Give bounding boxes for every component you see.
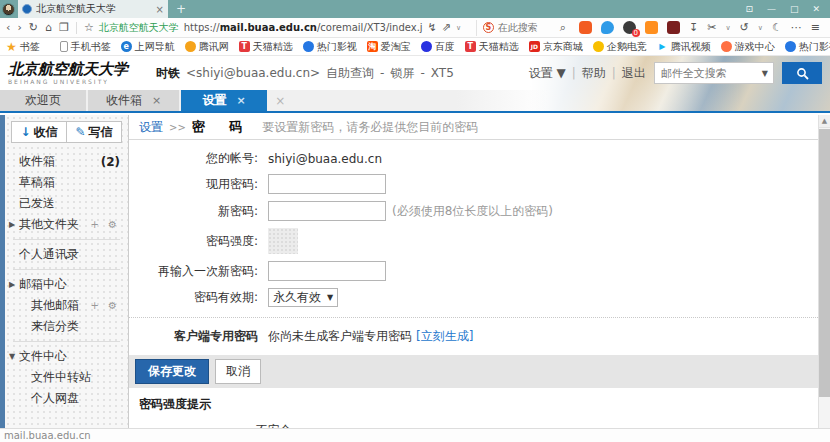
help-link[interactable]: 帮助 [582,65,606,82]
tab-inbox[interactable]: 收件箱× [88,90,179,111]
bookmark-item[interactable]: 淘爱淘宝 [367,40,411,54]
more-icon[interactable]: ⋯ [791,21,802,34]
cancel-button[interactable]: 取消 [215,359,261,384]
browser-tab[interactable]: 北京航空航天大学 × [18,0,168,18]
search-icon[interactable]: ⌕ [560,21,566,34]
mail-search-box[interactable]: ▼ [654,62,774,84]
sidebar-item-inbox[interactable]: 收件箱(2) [5,151,128,172]
folder-actions[interactable]: + ⚙ [90,300,120,311]
account-label: 您的帐号: [129,150,268,167]
home-icon[interactable]: ⌂ [45,21,52,34]
sidebar-item-file-transfer[interactable]: 文件中转站 [5,367,128,388]
confirm-password-input[interactable] [268,261,386,281]
tab-close-icon[interactable]: × [156,4,164,15]
bookmark-item[interactable]: 企鹅电竞 [593,40,647,54]
sidebar-item-file-center[interactable]: ▼文件中心 [5,346,128,367]
bookmark-item[interactable]: 热门影视 [303,40,357,54]
close-icon[interactable]: × [237,94,246,107]
sidebar-item-personal-drive[interactable]: 个人网盘 [5,388,128,409]
mail-search-input[interactable] [655,67,757,79]
sidebar-item-other-folders[interactable]: ▶其他文件夹+ ⚙ [5,214,128,235]
generate-now-link[interactable]: [立刻生成] [416,328,473,345]
close-icon[interactable]: × [152,94,161,107]
self-query-link[interactable]: 自助查询 [326,65,374,82]
butterfly-icon[interactable] [601,21,614,34]
url-text[interactable]: https://mail.buaa.edu.cn/coremail/XT3/in… [184,22,423,33]
user-avatar-icon[interactable] [2,3,15,16]
chevron-down-icon[interactable]: ▼ [9,352,19,361]
compose-mail-button[interactable]: ✎写信 [67,121,122,143]
tab-welcome[interactable]: 欢迎页 [0,90,86,111]
chevron-down-icon[interactable]: ∨ [456,24,461,32]
bookmark-item[interactable]: 腾讯网 [185,40,229,54]
adobe-icon[interactable] [667,21,680,34]
bookmark-star-icon[interactable]: ☆ [84,21,94,34]
page-scrollbar[interactable]: ▲ [818,115,830,428]
search-scope-chevron-icon[interactable]: ▼ [757,69,773,78]
sidebar-item-contacts[interactable]: 个人通讯录 [5,244,128,265]
new-password-input[interactable] [268,201,386,221]
flash-icon[interactable]: ↯ [428,21,437,34]
qq-penguin-icon[interactable]: 0 [623,21,636,34]
penguin-esports-icon [593,41,604,52]
bookmark-item[interactable]: ★书签 [6,40,40,54]
bookmark-item[interactable]: 百度 [421,40,455,54]
current-password-label: 现用密码: [129,176,268,193]
forward-icon[interactable]: › [17,21,21,34]
refresh-icon[interactable]: ↻ [29,21,38,34]
settings-menu-link[interactable]: 设置 ▼ [529,65,566,82]
maximize-button[interactable]: □ [790,4,799,14]
minimize-button[interactable]: — [767,4,776,14]
new-tab-button[interactable]: + [176,2,186,16]
chevron-right-icon[interactable]: ▶ [9,280,19,289]
breadcrumb-settings-link[interactable]: 设置 [139,119,163,136]
sidebar-item-mail-center[interactable]: ▶邮箱中心 [5,274,128,295]
current-password-input[interactable] [268,174,386,194]
back-icon[interactable]: ‹ [6,21,10,34]
shopping-bag-icon[interactable] [645,21,658,34]
save-changes-button[interactable]: 保存更改 [135,359,209,384]
menu-icon[interactable]: ≡ [811,21,820,34]
bookmark-item[interactable]: e上网导航 [121,40,175,54]
tab-settings[interactable]: 设置× [181,90,267,111]
validity-select[interactable]: 永久有效▼ [268,288,338,307]
site-favicon-icon [22,4,32,14]
bookmark-item[interactable]: 游戏中心 [721,40,775,54]
game-controller-icon[interactable] [579,21,592,34]
logout-link[interactable]: 退出 [622,65,646,82]
chevron-right-icon[interactable]: ▶ [9,220,19,229]
quick-search-input[interactable] [498,22,556,33]
url-bar[interactable]: ☆ 北京航空航天大学 https://mail.buaa.edu.cn/core… [84,21,469,35]
xt5-link[interactable]: XT5 [431,66,454,80]
bookmark-item[interactable]: 手机书签 [60,40,111,54]
scrollbar-thumb[interactable] [819,129,830,397]
chevron-down-icon[interactable]: ∨ [758,24,763,32]
qq-badge: 0 [632,29,640,37]
scroll-up-arrow[interactable]: ▲ [819,115,830,128]
undo-icon[interactable]: ↺ [740,21,749,34]
sidebar-item-sent[interactable]: 已发送 [5,193,128,214]
close-button[interactable]: ✕ [812,4,820,14]
bookmark-item[interactable]: 热门影视 [785,40,830,54]
sidebar-item-other-mailboxes[interactable]: 其他邮箱+ ⚙ [5,295,128,316]
reading-list-icon[interactable]: ❐ [59,21,69,34]
download-icon[interactable]: ↧ [689,21,698,34]
bookmark-item[interactable]: T天猫精选 [239,40,293,54]
mail-search-button[interactable] [782,62,822,84]
bookmark-item[interactable]: T天猫精选 [465,40,519,54]
new-password-hint: (必须使用8位长度以上的密码) [392,203,553,220]
sidebar-item-incoming-rules[interactable]: 来信分类 [5,316,128,337]
share-icon[interactable]: ⇗ [442,21,451,34]
close-icon[interactable]: × [275,94,285,108]
quick-search-box[interactable]: S ⌕ [476,20,572,36]
lock-screen-link[interactable]: 锁屏 [390,65,414,82]
sidebar-item-drafts[interactable]: 草稿箱 [5,172,128,193]
chevron-down-icon[interactable]: ∨ [725,24,730,32]
folder-actions[interactable]: + ⚙ [90,219,120,230]
window-app-icon[interactable]: ⊡ [745,4,753,14]
night-mode-moon-icon[interactable]: ☾ [772,21,782,34]
scissors-icon[interactable]: ✂ [707,21,716,34]
bookmark-item[interactable]: JD京东商城 [529,40,583,54]
receive-mail-button[interactable]: ↓收信 [11,121,67,143]
bookmark-item[interactable]: ▶腾讯视频 [657,40,711,54]
